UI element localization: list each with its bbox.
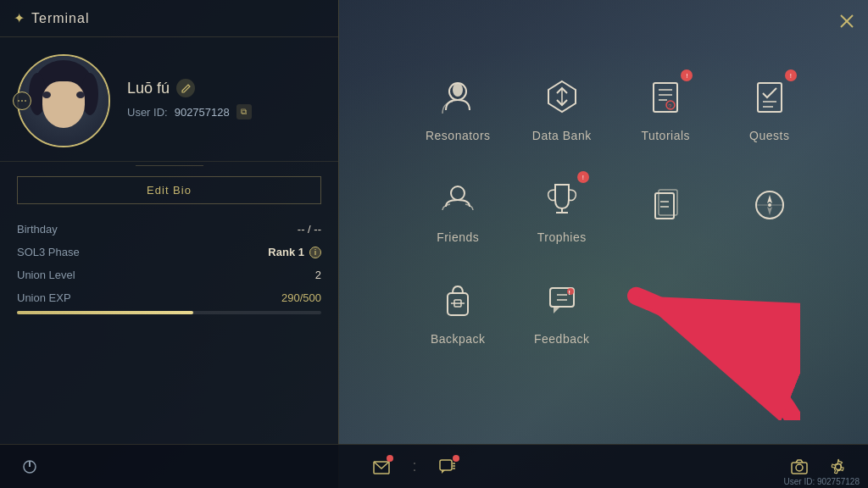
trophies-icon-wrapper: ! [538, 175, 586, 222]
avatar-container: ⋯ [17, 54, 110, 147]
databank-icon-wrapper [538, 73, 586, 120]
trophies-label: Trophies [537, 230, 587, 244]
databank-label: Data Bank [532, 129, 592, 142]
sol3-label: SOL3 Phase [17, 246, 80, 258]
friends-icon-wrapper [434, 175, 481, 222]
friends-icon [437, 178, 478, 219]
svg-rect-40 [440, 460, 452, 470]
mail-button[interactable] [368, 453, 395, 480]
compass-icon-wrapper [746, 181, 793, 229]
tutorials-notification: ! [681, 69, 693, 81]
menu-item-trophies[interactable]: ! Trophies [515, 161, 610, 254]
char-face [42, 81, 85, 128]
userid-value: 902757128 [175, 106, 230, 119]
char-eye-left [42, 92, 51, 98]
sol3-info-icon[interactable]: i [309, 247, 321, 258]
menu-item-cardbook[interactable] [618, 161, 714, 254]
backpack-icon [437, 280, 478, 320]
bottom-separator: : [412, 458, 416, 475]
resonators-icon-wrapper [434, 73, 481, 120]
menu-item-databank[interactable]: Data Bank [515, 59, 610, 152]
union-exp-row: Union EXP 290/500 [17, 286, 321, 308]
union-exp-bar-fill [17, 311, 193, 314]
union-level-row: Union Level 2 [17, 263, 321, 286]
union-exp-label: Union EXP [17, 291, 71, 304]
cardbook-icon-wrapper [642, 181, 689, 229]
resonators-icon [437, 76, 478, 117]
birthday-row: Birthday -- / -- [17, 218, 321, 241]
svg-text:?: ? [668, 103, 672, 110]
svg-rect-27 [448, 293, 468, 315]
chat-button[interactable] [434, 453, 461, 480]
menu-item-backpack[interactable]: Backpack [410, 263, 506, 356]
settings-button[interactable] [826, 454, 851, 480]
union-exp-bar [17, 311, 321, 314]
backpack-icon-wrapper [434, 276, 481, 324]
friends-label: Friends [437, 230, 479, 244]
svg-rect-12 [758, 83, 782, 112]
edit-bio-button[interactable]: Edit Bio [17, 176, 321, 204]
feedback-icon-wrapper: ! [538, 276, 586, 324]
copy-userid-button[interactable]: ⧉ [236, 104, 252, 119]
menu-item-friends[interactable]: Friends [410, 161, 506, 254]
trophies-notification: ! [577, 171, 589, 183]
username-row: Luō fú [127, 79, 321, 97]
tutorials-icon: ? [645, 76, 686, 117]
tutorials-label: Tutorials [641, 129, 690, 142]
svg-point-45 [796, 464, 803, 471]
terminal-title: Terminal [31, 11, 89, 26]
menu-item-compass[interactable] [722, 161, 818, 254]
union-exp-value: 290/500 [281, 291, 321, 304]
feedback-icon: ! [542, 280, 582, 320]
sol3-value: Rank 1 i [268, 246, 321, 258]
panel-header: ✦ Terminal [0, 0, 338, 37]
svg-marker-25 [767, 207, 772, 215]
power-button[interactable] [17, 454, 42, 480]
bottom-bar: : User ID: 9027571 [0, 444, 868, 488]
svg-marker-24 [767, 195, 772, 203]
feedback-label: Feedback [534, 332, 589, 346]
profile-section: ⋯ Luō fú User ID: 902757128 ⧉ [0, 37, 338, 162]
cardbook-icon [645, 185, 686, 225]
union-level-value: 2 [315, 269, 321, 281]
quests-icon [749, 76, 790, 117]
edit-name-button[interactable] [176, 79, 195, 97]
menu-item-resonators[interactable]: Resonators [410, 59, 506, 152]
char-eye-right [76, 92, 85, 98]
character-avatar [19, 56, 108, 146]
backpack-label: Backpack [431, 332, 486, 346]
trophies-icon [542, 178, 582, 219]
quests-icon-wrapper: ! [746, 73, 793, 120]
sol3-row: SOL3 Phase Rank 1 i [17, 241, 321, 263]
terminal-icon: ✦ [14, 10, 25, 26]
svg-point-15 [451, 186, 465, 200]
close-button[interactable] [834, 8, 860, 34]
tutorials-icon-wrapper: ! ? [642, 73, 689, 120]
camera-button[interactable] [787, 454, 812, 480]
menu-panel: Resonators Data Bank ! ? Tuto [393, 42, 834, 437]
chat-notification [453, 455, 459, 462]
databank-icon [542, 76, 582, 117]
quests-label: Quests [749, 129, 789, 142]
svg-text:!: ! [568, 290, 570, 296]
profile-separator [136, 165, 203, 166]
quests-notification: ! [785, 69, 797, 81]
mail-notification [387, 455, 393, 462]
userid-label: User ID: [127, 106, 168, 119]
union-level-label: Union Level [17, 269, 75, 281]
bottom-right [787, 454, 851, 480]
profile-info: Luō fú User ID: 902757128 ⧉ [127, 79, 321, 123]
username: Luō fú [127, 80, 170, 97]
terminal-panel: ✦ Terminal ⋯ Luō fú [0, 0, 339, 488]
birthday-label: Birthday [17, 223, 58, 236]
avatar-options-button[interactable]: ⋯ [13, 92, 31, 110]
menu-item-quests[interactable]: ! Quests [722, 59, 818, 152]
bottom-userid: User ID: 902757128 [783, 477, 860, 486]
birthday-value: -- / -- [298, 223, 321, 236]
userid-row: User ID: 902757128 ⧉ [127, 104, 321, 119]
menu-item-tutorials[interactable]: ! ? Tutorials [618, 59, 714, 152]
svg-point-3 [453, 83, 463, 97]
bottom-center: : [42, 453, 787, 480]
menu-item-feedback[interactable]: ! Feedback [515, 263, 610, 356]
resonators-label: Resonators [426, 129, 491, 142]
